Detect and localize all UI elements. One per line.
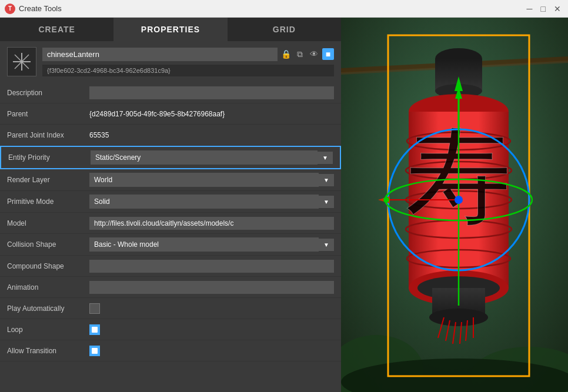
- entity-priority-arrow: ▼: [318, 152, 333, 164]
- allow-transition-checkbox[interactable]: [89, 346, 100, 356]
- primitive-mode-select[interactable]: Solid Wireframe: [89, 195, 319, 209]
- eye-icon[interactable]: 👁: [308, 48, 320, 60]
- title-bar: T Create Tools ─ □ ✕: [0, 0, 568, 18]
- prop-render-layer: Render Layer World Overlay ▼: [0, 169, 341, 191]
- panel-content: 🔒 ⧉ 👁 ■ {f3f0e602-3cd2-4968-bc34-962e6d8…: [0, 41, 341, 392]
- viewport-background: 寿 寿: [341, 18, 568, 392]
- svg-point-26: [429, 309, 488, 326]
- prop-parent-joint: Parent Joint Index 65535: [0, 125, 341, 146]
- animation-input[interactable]: [89, 281, 334, 294]
- entity-name-row: 🔒 ⧉ 👁 ■: [42, 48, 334, 61]
- compound-shape-input[interactable]: [89, 260, 334, 273]
- left-panel: CREATE PROPERTIES GRID: [0, 18, 341, 392]
- render-layer-select-row: World Overlay ▼: [89, 173, 334, 187]
- entity-uuid: {f3f0e602-3cd2-4968-bc34-962e6d831c9a}: [42, 65, 334, 76]
- entity-priority-select-row: Static/Scenery Dynamic Kinematic ▼: [91, 150, 333, 165]
- close-button[interactable]: ✕: [552, 4, 563, 14]
- prop-primitive-mode: Primitive Mode Solid Wireframe ▼: [0, 191, 341, 213]
- window-title: Create Tools: [19, 4, 62, 13]
- viewport[interactable]: 寿 寿: [341, 18, 568, 392]
- entity-header: 🔒 ⧉ 👁 ■ {f3f0e602-3cd2-4968-bc34-962e6d8…: [0, 41, 341, 82]
- prop-description: Description: [0, 82, 341, 103]
- parent-value: {d2489d17-905d-49fc-89e5-8b4276968aaf}: [89, 110, 334, 118]
- tab-bar: CREATE PROPERTIES GRID: [0, 18, 341, 41]
- svg-point-40: [383, 197, 389, 203]
- description-input[interactable]: [89, 86, 334, 99]
- collision-shape-select[interactable]: Basic - Whole model None Box Sphere: [89, 237, 319, 252]
- tab-create[interactable]: CREATE: [0, 18, 113, 41]
- prop-allow-transition: Allow Transition: [0, 340, 341, 361]
- prop-loop: Loop: [0, 319, 341, 340]
- entity-name-input[interactable]: [42, 48, 278, 61]
- entity-priority-select[interactable]: Static/Scenery Dynamic Kinematic: [91, 150, 318, 165]
- parent-joint-value: 65535: [89, 131, 334, 139]
- tab-grid[interactable]: GRID: [228, 18, 341, 41]
- prop-entity-priority: Entity Priority Static/Scenery Dynamic K…: [0, 146, 341, 169]
- loop-checkbox[interactable]: [89, 324, 100, 335]
- tab-properties[interactable]: PROPERTIES: [113, 18, 227, 41]
- prop-parent: Parent {d2489d17-905d-49fc-89e5-8b427696…: [0, 103, 341, 125]
- prop-model: Model: [0, 213, 341, 234]
- minimize-button[interactable]: ─: [524, 4, 535, 14]
- lock-icon[interactable]: 🔒: [280, 48, 292, 60]
- prop-animation: Animation: [0, 277, 341, 298]
- prop-compound-shape: Compound Shape: [0, 256, 341, 277]
- render-layer-arrow: ▼: [319, 174, 334, 186]
- active-toggle[interactable]: ■: [322, 48, 334, 60]
- window-controls: ─ □ ✕: [524, 4, 563, 14]
- render-layer-select[interactable]: World Overlay: [89, 173, 319, 187]
- collision-shape-select-row: Basic - Whole model None Box Sphere ▼: [89, 237, 334, 252]
- entity-info: 🔒 ⧉ 👁 ■ {f3f0e602-3cd2-4968-bc34-962e6d8…: [42, 48, 334, 76]
- app-icon: T: [5, 4, 15, 14]
- collision-shape-arrow: ▼: [319, 239, 334, 251]
- svg-point-39: [455, 196, 463, 204]
- primitive-mode-arrow: ▼: [319, 196, 334, 208]
- maximize-button[interactable]: □: [539, 4, 548, 14]
- prop-collision-shape: Collision Shape Basic - Whole model None…: [0, 234, 341, 256]
- play-automatically-checkbox[interactable]: [89, 303, 100, 314]
- primitive-mode-select-row: Solid Wireframe ▼: [89, 195, 334, 209]
- copy-icon[interactable]: ⧉: [294, 48, 306, 60]
- prop-play-automatically: Play Automatically: [0, 298, 341, 319]
- entity-icon: [7, 47, 36, 76]
- model-input[interactable]: [89, 217, 334, 230]
